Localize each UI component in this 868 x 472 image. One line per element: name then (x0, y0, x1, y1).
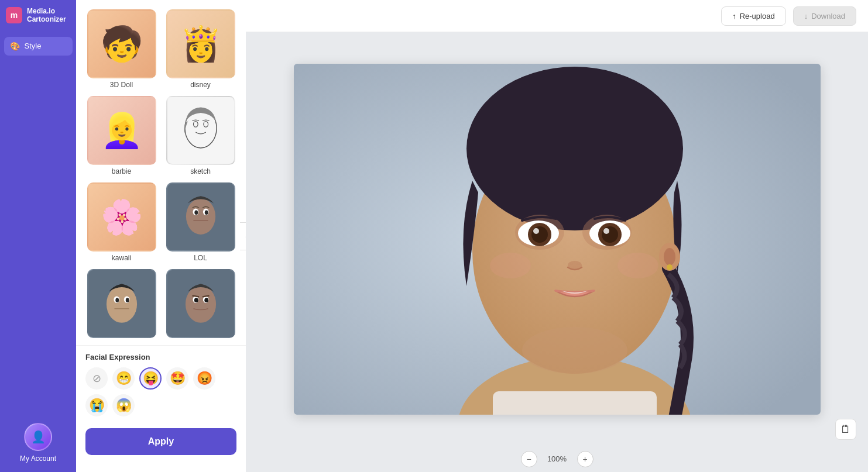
palette-icon: 🎨 (10, 42, 20, 51)
account-avatar[interactable]: 👤 (24, 423, 52, 451)
svg-point-18 (185, 285, 215, 323)
zoom-out-button[interactable]: − (521, 451, 537, 467)
style-thumb-barbie: 👱‍♀️ (87, 96, 156, 165)
style-thumb-style7 (87, 269, 156, 338)
style-name-sketch: sketch (190, 167, 211, 175)
style-item-disney[interactable]: 👸 disney (164, 9, 236, 89)
notes-button[interactable]: 🗒 (835, 419, 856, 440)
style-item-3ddoll[interactable]: 🧒 3D Doll (85, 9, 157, 89)
svg-point-11 (106, 285, 136, 323)
zoom-bar: − 100% + (246, 446, 868, 472)
style-thumb-disney: 👸 (166, 9, 235, 78)
expression-surprised[interactable]: 😱 (112, 394, 135, 416)
svg-point-35 (531, 226, 548, 243)
svg-point-5 (186, 198, 215, 235)
style-item-kawaii[interactable]: 🌸 kawaii (85, 182, 157, 262)
svg-point-27 (466, 67, 683, 230)
style-name-disney: disney (190, 81, 211, 89)
expression-grin[interactable]: 😁 (112, 367, 135, 390)
sidebar: m Media.io Cartoonizer 🎨 Style 👤 My Acco… (0, 0, 76, 472)
facial-expression-section: Facial Expression ⊘ 😁 😝 🤩 😡 😭 😱 (76, 345, 246, 421)
download-icon: ↓ (804, 12, 808, 20)
style-item-style8[interactable] (164, 269, 236, 340)
style-item-barbie[interactable]: 👱‍♀️ barbie (85, 96, 157, 175)
svg-rect-0 (167, 97, 234, 164)
facial-expression-title: Facial Expression (85, 353, 236, 361)
svg-point-42 (490, 253, 531, 278)
chevron-left-icon: ‹ (245, 232, 246, 241)
svg-point-22 (204, 298, 208, 302)
svg-point-30 (667, 264, 673, 270)
svg-point-40 (603, 228, 609, 234)
svg-point-8 (194, 210, 198, 215)
topbar: ↑ Re-upload ↓ Download (246, 0, 868, 32)
zoom-level: 100% (545, 454, 569, 463)
style-tab[interactable]: 🎨 Style (4, 37, 73, 56)
style-item-lol[interactable]: LOL (164, 182, 236, 262)
svg-point-21 (194, 298, 198, 302)
canvas-area (246, 32, 868, 446)
svg-point-14 (115, 298, 119, 302)
expression-cry[interactable]: 😭 (85, 394, 108, 416)
main-area: ↑ Re-upload ↓ Download (246, 0, 868, 472)
zoom-out-icon: − (526, 454, 531, 464)
style-name-lol: LOL (194, 254, 207, 262)
svg-point-44 (522, 327, 627, 374)
style-name-kawaii: kawaii (112, 254, 131, 262)
avatar-emoji: 👤 (31, 430, 46, 444)
panel-collapse-button[interactable]: ‹ (240, 222, 246, 250)
style-thumb-style8 (166, 269, 235, 338)
style-thumb-lol (166, 182, 235, 251)
apply-button[interactable]: Apply (85, 428, 236, 455)
logo-icon: m (6, 7, 22, 23)
style-thumb-sketch (166, 96, 235, 165)
upload-icon: ↑ (732, 12, 736, 20)
download-button[interactable]: ↓ Download (793, 6, 856, 26)
logo-area: m Media.io Cartoonizer (0, 0, 76, 31)
style-thumb-kawaii: 🌸 (87, 182, 156, 251)
logo-text: Media.io Cartoonizer (27, 7, 66, 24)
svg-rect-25 (493, 391, 657, 415)
expression-angry[interactable]: 😡 (193, 367, 215, 390)
style-tab-label: Style (25, 42, 42, 50)
expression-tongue[interactable]: 😝 (139, 367, 162, 390)
svg-point-29 (664, 248, 675, 266)
zoom-in-button[interactable]: + (577, 451, 593, 467)
style-name-3ddoll: 3D Doll (110, 81, 133, 89)
svg-point-39 (602, 226, 618, 243)
expression-stars[interactable]: 🤩 (166, 367, 188, 390)
svg-point-15 (125, 298, 129, 302)
style-panel: 🧒 3D Doll 👸 disney 👱‍♀️ barbie (76, 0, 246, 472)
style-item-sketch[interactable]: sketch (164, 96, 236, 175)
account-label: My Account (20, 454, 56, 463)
svg-point-9 (204, 210, 208, 215)
reupload-button[interactable]: ↑ Re-upload (721, 6, 786, 26)
styles-grid: 🧒 3D Doll 👸 disney 👱‍♀️ barbie (76, 0, 246, 345)
sidebar-bottom: 👤 My Account (20, 423, 56, 472)
main-image (294, 64, 821, 415)
style-thumb-3ddoll: 🧒 (87, 9, 156, 78)
svg-point-43 (617, 253, 658, 278)
zoom-in-icon: + (582, 454, 587, 464)
image-container (294, 64, 821, 415)
notes-icon: 🗒 (840, 423, 851, 436)
style-item-style7[interactable] (85, 269, 157, 340)
expression-row: ⊘ 😁 😝 🤩 😡 😭 😱 (85, 367, 236, 416)
expression-none[interactable]: ⊘ (85, 367, 108, 390)
apply-button-area: Apply (76, 421, 246, 467)
svg-point-36 (533, 228, 539, 234)
style-name-barbie: barbie (112, 167, 131, 175)
